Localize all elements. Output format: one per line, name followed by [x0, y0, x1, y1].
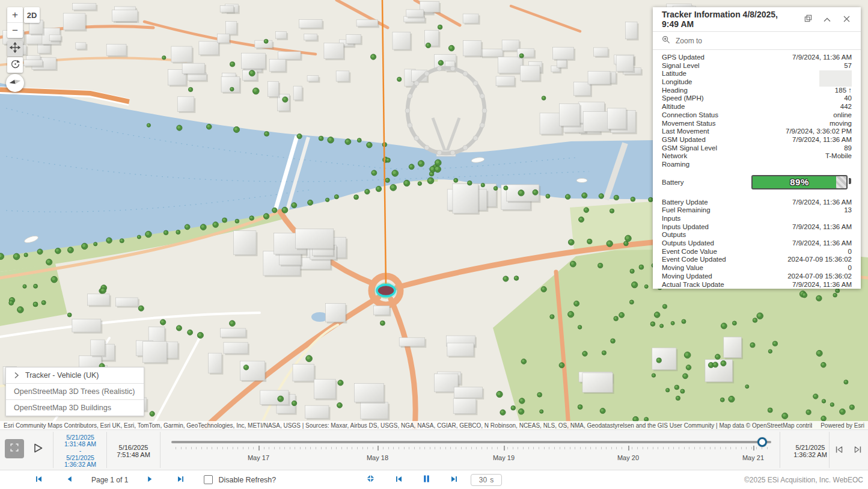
tick-minor [227, 447, 228, 449]
zoom-extent-button[interactable] [366, 474, 375, 485]
tracker-field-row: Latitude [662, 70, 852, 78]
divider [829, 432, 830, 468]
field-label: Altitude [662, 103, 685, 111]
tick-minor [715, 447, 715, 449]
compass-button[interactable] [6, 74, 24, 92]
tracker-field-row: GPS Updated7/9/2024, 11:36 AM [662, 54, 852, 62]
axis-day-label: May 20 [617, 454, 639, 461]
toggle-2d-button[interactable]: 2D [24, 7, 40, 23]
time-slider-track[interactable] [171, 441, 771, 443]
field-label: Moving Value [662, 264, 703, 272]
tick-minor [513, 447, 513, 449]
tracker-field-row: Connection Statusonline [662, 111, 852, 120]
tick-minor [539, 447, 539, 449]
timeline-play-button[interactable] [31, 443, 44, 456]
tick-minor [606, 447, 607, 449]
close-button[interactable] [839, 12, 854, 26]
field-value: 0 [848, 248, 852, 256]
pan-tool-button[interactable] [7, 41, 23, 57]
layer-item-tracker-vehicle-uk[interactable]: Tracker - Vehicle (UK) [6, 368, 144, 383]
tick-minor [560, 447, 560, 449]
tick-minor [435, 447, 435, 449]
playback-controls: 30 s [366, 470, 502, 489]
tick-minor [212, 447, 212, 449]
tick-minor [616, 447, 617, 449]
step-forward-button[interactable] [852, 444, 864, 457]
layer-label: OpenStreetMap 3D Trees (Realistic) [14, 387, 135, 396]
tick-minor [492, 447, 492, 449]
collapse-button[interactable] [820, 12, 834, 26]
timeline-fullscreen-button[interactable] [5, 439, 24, 458]
field-label: GSM Updated [662, 136, 706, 144]
tick-minor [300, 447, 301, 449]
fullscreen-icon [9, 442, 20, 455]
divider [106, 432, 107, 468]
tracker-marker[interactable] [374, 283, 398, 298]
tick-minor [196, 447, 197, 449]
tracker-field-row: Battery Update7/9/2024, 11:36 AM [662, 198, 852, 207]
divider [160, 432, 160, 468]
tracker-field-row: Fuel Remaining13 [662, 206, 852, 215]
rotate-tool-button[interactable] [7, 57, 23, 73]
tracker-field-row: Moving Value0 [662, 264, 852, 272]
tick-minor [424, 447, 425, 449]
tick-minor [673, 447, 674, 449]
tick-minor [253, 447, 254, 449]
tracker-field-row: GSM Signal Level89 [662, 144, 852, 153]
pause-button[interactable] [423, 475, 430, 485]
step-forward-icon [853, 444, 863, 457]
time-slider[interactable]: May 17May 18May 19May 20May 21 [171, 430, 772, 470]
zoom-to-action[interactable]: Zoom to [653, 32, 861, 50]
layer-item-osm-3d-buildings[interactable]: OpenStreetMap 3D Buildings [6, 399, 144, 416]
axis-day-label: May 18 [367, 454, 388, 461]
tick-minor [710, 447, 711, 449]
tick-minor [643, 447, 643, 449]
zoom-out-button[interactable]: − [7, 22, 23, 38]
time-range-link[interactable]: 5/21/2025 1:31:48 AM - 5/21/2025 1:36:32… [55, 434, 106, 468]
tracker-field-row: Roaming [662, 161, 852, 169]
tick-minor [544, 447, 545, 449]
tick-minor [585, 447, 586, 449]
tick-minor [694, 447, 695, 449]
tick-minor [248, 447, 249, 449]
last-page-button[interactable] [177, 475, 185, 485]
tick-minor [450, 447, 451, 449]
battery-label: Battery [662, 179, 683, 186]
tick-minor [476, 447, 477, 449]
tick-minor [243, 447, 243, 449]
tick-minor [726, 447, 726, 449]
tick-minor [409, 447, 409, 449]
tick-minor [217, 447, 218, 449]
range-separator: - [55, 447, 106, 454]
current-time: 7:51:48 AM [108, 451, 159, 458]
zoom-in-button[interactable]: + [7, 7, 23, 22]
tick-minor [284, 447, 285, 449]
refresh-interval-input[interactable]: 30 s [471, 474, 502, 486]
field-label: Outputs Updated [662, 239, 714, 248]
field-label: GSM Signal Level [662, 144, 717, 153]
axis-day-label: May 17 [248, 454, 269, 461]
field-label: Fuel Remaining [662, 206, 711, 215]
tick-minor [264, 447, 264, 449]
tick-minor [601, 447, 602, 449]
prev-page-button[interactable] [66, 475, 73, 485]
tick-minor [570, 447, 570, 449]
tick-minor [575, 447, 575, 449]
next-page-button[interactable] [146, 475, 154, 485]
first-page-button[interactable] [35, 475, 43, 485]
tick-minor [237, 447, 238, 449]
step-back-button[interactable] [833, 444, 845, 457]
layer-item-osm-3d-trees[interactable]: OpenStreetMap 3D Trees (Realistic) [6, 383, 144, 399]
tick-minor [336, 447, 337, 449]
tick-minor [637, 447, 638, 449]
time-slider-handle[interactable] [757, 437, 767, 447]
tick-major [753, 446, 754, 451]
dock-button[interactable] [801, 12, 815, 26]
disable-refresh-checkbox[interactable] [204, 475, 213, 484]
tick-minor [487, 447, 487, 449]
tracker-field-row: GSM Updated7/9/2024, 11:36 AM [662, 136, 852, 144]
skip-to-start-button[interactable] [395, 475, 403, 485]
skip-to-end-button[interactable] [450, 475, 458, 485]
tick-minor [689, 447, 689, 449]
move-icon [10, 42, 20, 55]
